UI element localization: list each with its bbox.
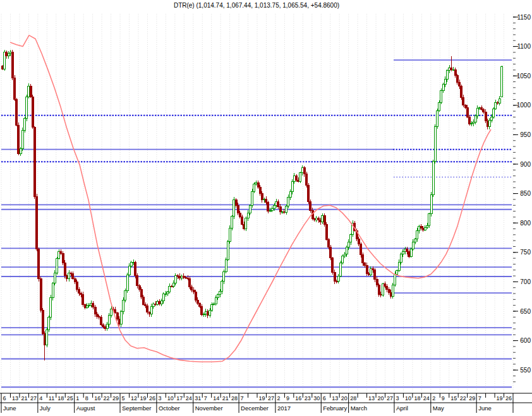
svg-text:6: 6 — [323, 395, 326, 401]
svg-text:28: 28 — [350, 395, 356, 401]
svg-text:10: 10 — [167, 395, 174, 401]
svg-text:20: 20 — [378, 395, 384, 401]
svg-text:27: 27 — [30, 395, 37, 401]
svg-text:18: 18 — [57, 395, 64, 401]
svg-text:1150: 1150 — [517, 14, 531, 21]
svg-text:13: 13 — [12, 395, 18, 401]
svg-text:5: 5 — [122, 395, 125, 401]
svg-text:26: 26 — [505, 395, 512, 401]
svg-text:9: 9 — [286, 395, 289, 401]
svg-text:October: October — [159, 405, 180, 412]
svg-text:20: 20 — [341, 395, 348, 401]
svg-text:12: 12 — [131, 395, 137, 401]
svg-text:2: 2 — [432, 395, 435, 401]
svg-text:30: 30 — [313, 395, 320, 401]
svg-text:24: 24 — [423, 395, 430, 401]
svg-text:650: 650 — [520, 308, 531, 315]
svg-text:1: 1 — [76, 395, 79, 401]
svg-text:July: July — [40, 405, 51, 412]
svg-text:28: 28 — [231, 395, 238, 401]
svg-text:2: 2 — [277, 395, 280, 401]
svg-text:750: 750 — [520, 249, 531, 256]
svg-text:19: 19 — [140, 395, 146, 401]
svg-text:22: 22 — [104, 395, 110, 401]
svg-text:950: 950 — [520, 131, 531, 138]
svg-text:21: 21 — [21, 395, 27, 401]
svg-text:7: 7 — [241, 395, 244, 401]
svg-text:14: 14 — [213, 395, 219, 401]
svg-text:22: 22 — [460, 395, 466, 401]
svg-text:1000: 1000 — [517, 102, 531, 109]
svg-text:15: 15 — [450, 395, 457, 401]
svg-text:19: 19 — [497, 395, 503, 401]
svg-text:December: December — [241, 405, 269, 412]
svg-text:3: 3 — [396, 395, 399, 401]
svg-text:August: August — [76, 405, 95, 412]
svg-text:25: 25 — [67, 395, 73, 401]
svg-text:June: June — [3, 405, 16, 412]
svg-text:700: 700 — [520, 278, 531, 285]
svg-text:31: 31 — [195, 395, 201, 401]
svg-text:18: 18 — [414, 395, 420, 401]
svg-text:27: 27 — [268, 395, 274, 401]
price-chart-window: 1150110010501000950900850800750700650600… — [0, 0, 532, 416]
svg-text:16: 16 — [94, 395, 100, 401]
svg-text:21: 21 — [222, 395, 229, 401]
svg-text:June: June — [478, 405, 492, 412]
svg-text:March: March — [351, 405, 367, 412]
svg-text:900: 900 — [520, 161, 531, 168]
svg-text:10: 10 — [405, 395, 411, 401]
svg-text:11: 11 — [49, 395, 54, 401]
svg-text:600: 600 — [520, 337, 531, 344]
svg-text:2017: 2017 — [277, 405, 291, 412]
svg-text:6: 6 — [3, 395, 6, 401]
svg-text:13: 13 — [332, 395, 338, 401]
svg-text:November: November — [195, 405, 223, 412]
svg-text:April: April — [396, 405, 408, 412]
svg-text:550: 550 — [520, 367, 531, 374]
svg-text:16: 16 — [295, 395, 301, 401]
chart-title: DTR(e) (1,014.74, 1,067.44, 1,013.75, 1,… — [0, 2, 513, 9]
svg-text:26: 26 — [149, 395, 155, 401]
svg-text:17: 17 — [176, 395, 183, 401]
svg-text:23: 23 — [305, 395, 311, 401]
svg-text:24: 24 — [186, 395, 192, 401]
svg-text:8: 8 — [85, 395, 88, 401]
svg-text:29: 29 — [469, 395, 475, 401]
svg-text:1100: 1100 — [517, 43, 531, 50]
svg-text:19: 19 — [259, 395, 265, 401]
svg-text:27: 27 — [387, 395, 393, 401]
svg-text:29: 29 — [112, 395, 119, 401]
chart-canvas[interactable]: 1150110010501000950900850800750700650600… — [0, 0, 532, 416]
svg-text:3: 3 — [158, 395, 161, 401]
svg-text:September: September — [122, 405, 151, 412]
svg-text:1050: 1050 — [517, 73, 531, 80]
svg-text:7: 7 — [478, 395, 481, 401]
svg-text:800: 800 — [520, 220, 531, 227]
svg-text:May: May — [433, 405, 444, 412]
svg-text:13: 13 — [368, 395, 375, 401]
svg-text:February: February — [323, 405, 347, 412]
svg-text:4: 4 — [39, 395, 42, 401]
svg-text:850: 850 — [520, 190, 531, 197]
svg-text:7: 7 — [204, 395, 207, 401]
svg-text:9: 9 — [442, 395, 445, 401]
